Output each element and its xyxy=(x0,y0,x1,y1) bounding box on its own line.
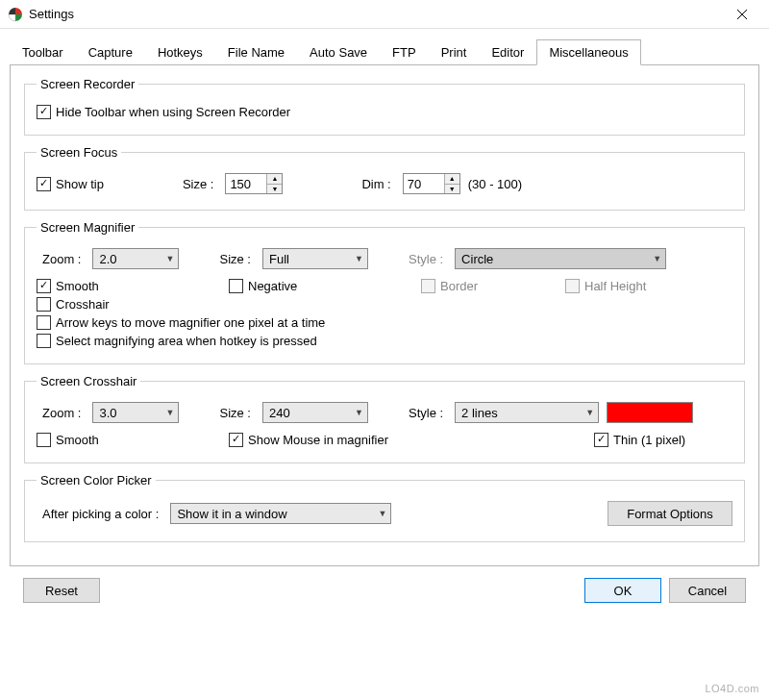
checkbox-label: Crosshair xyxy=(56,297,110,312)
label-focus-dim: Dim : xyxy=(361,177,390,191)
checkbox-label: Half Height xyxy=(584,279,646,293)
checkbox-label: Negative xyxy=(248,279,297,293)
ok-button[interactable]: OK xyxy=(584,578,661,603)
watermark: LO4D.com xyxy=(705,683,759,694)
chevron-down-icon: ▼ xyxy=(653,254,661,263)
spinner-focus-dim[interactable]: ▲ ▼ xyxy=(403,173,460,194)
reset-button[interactable]: Reset xyxy=(23,578,100,603)
legend-screen-crosshair: Screen Crosshair xyxy=(37,374,140,388)
check-icon xyxy=(594,433,608,447)
combo-value: Show it in a window xyxy=(177,507,286,521)
legend-screen-focus: Screen Focus xyxy=(37,145,121,160)
check-icon xyxy=(37,297,51,312)
tab-capture[interactable]: Capture xyxy=(76,39,145,65)
checkbox-label: Show tip xyxy=(56,177,104,191)
combo-value: Full xyxy=(269,252,289,266)
close-icon xyxy=(737,10,747,19)
tab-print[interactable]: Print xyxy=(429,39,480,65)
check-icon xyxy=(37,105,51,119)
chevron-down-icon: ▼ xyxy=(166,254,175,263)
chevron-down-icon: ▼ xyxy=(166,408,175,417)
label-mag-zoom: Zoom : xyxy=(42,252,81,266)
combo-value: 2 lines xyxy=(461,406,498,420)
label-cross-style: Style : xyxy=(409,406,443,420)
spin-up-icon[interactable]: ▲ xyxy=(267,174,282,185)
tab-strip: Toolbar Capture Hotkeys File Name Auto S… xyxy=(10,38,759,65)
close-button[interactable] xyxy=(723,1,761,28)
group-screen-focus: Screen Focus Show tip Size : ▲ ▼ Dim : xyxy=(24,145,745,211)
check-icon xyxy=(421,279,435,293)
chevron-down-icon: ▼ xyxy=(585,408,594,417)
label-cross-zoom: Zoom : xyxy=(42,406,81,420)
group-screen-crosshair: Screen Crosshair Zoom : 3.0 ▼ Size : 240… xyxy=(24,374,745,463)
chevron-down-icon: ▼ xyxy=(378,509,386,518)
legend-screen-recorder: Screen Recorder xyxy=(37,77,138,91)
cancel-button[interactable]: Cancel xyxy=(669,578,746,603)
combo-value: 240 xyxy=(269,406,290,420)
tab-ftp[interactable]: FTP xyxy=(380,39,429,65)
tab-hotkeys[interactable]: Hotkeys xyxy=(145,39,215,65)
label-focus-size: Size : xyxy=(183,177,214,191)
checkbox-mag-arrow-keys[interactable]: Arrow keys to move magnifier one pixel a… xyxy=(37,315,325,330)
combo-cross-size[interactable]: 240 ▼ xyxy=(262,402,368,423)
check-icon xyxy=(229,433,243,447)
checkbox-mag-smooth[interactable]: Smooth xyxy=(37,279,229,293)
label-cross-size: Size : xyxy=(219,406,251,420)
spinner-focus-size[interactable]: ▲ ▼ xyxy=(225,173,283,194)
combo-value: 2.0 xyxy=(99,252,116,266)
tab-file-name[interactable]: File Name xyxy=(215,39,297,65)
checkbox-cross-show-mouse[interactable]: Show Mouse in magnifier xyxy=(229,433,594,447)
legend-screen-color-picker: Screen Color Picker xyxy=(37,473,156,488)
checkbox-mag-negative[interactable]: Negative xyxy=(229,279,421,293)
spin-down-icon[interactable]: ▼ xyxy=(267,185,282,194)
checkbox-label: Show Mouse in magnifier xyxy=(248,433,388,447)
chevron-down-icon: ▼ xyxy=(355,254,363,263)
combo-cross-style[interactable]: 2 lines ▼ xyxy=(455,402,599,423)
checkbox-label: Thin (1 pixel) xyxy=(613,433,685,447)
checkbox-label: Smooth xyxy=(56,433,99,447)
group-screen-recorder: Screen Recorder Hide Toolbar when using … xyxy=(24,77,745,136)
check-icon xyxy=(37,334,51,348)
checkbox-cross-smooth[interactable]: Smooth xyxy=(37,433,229,447)
tab-auto-save[interactable]: Auto Save xyxy=(297,39,380,65)
tab-toolbar[interactable]: Toolbar xyxy=(10,39,76,65)
format-options-button[interactable]: Format Options xyxy=(608,501,732,526)
tab-body: Screen Recorder Hide Toolbar when using … xyxy=(10,65,759,566)
combo-cross-zoom[interactable]: 3.0 ▼ xyxy=(92,402,179,423)
checkbox-label: Smooth xyxy=(56,279,99,293)
checkbox-cross-thin[interactable]: Thin (1 pixel) xyxy=(594,433,685,447)
checkbox-hide-toolbar[interactable]: Hide Toolbar when using Screen Recorder xyxy=(37,105,290,119)
titlebar: Settings xyxy=(0,0,769,29)
legend-screen-magnifier: Screen Magnifier xyxy=(37,220,138,235)
check-icon xyxy=(565,279,580,293)
input-focus-dim[interactable] xyxy=(404,174,444,193)
combo-mag-size[interactable]: Full ▼ xyxy=(262,248,368,269)
combo-mag-zoom[interactable]: 2.0 ▼ xyxy=(92,248,179,269)
spin-down-icon[interactable]: ▼ xyxy=(445,185,459,194)
combo-value: 3.0 xyxy=(99,406,116,420)
check-icon xyxy=(37,433,51,447)
tab-editor[interactable]: Editor xyxy=(479,39,536,65)
spin-up-icon[interactable]: ▲ xyxy=(445,174,459,185)
checkbox-mag-select-area[interactable]: Select magnifying area when hotkey is pr… xyxy=(37,334,317,348)
button-bar: Reset OK Cancel xyxy=(10,566,759,614)
checkbox-show-tip[interactable]: Show tip xyxy=(37,177,104,191)
group-screen-color-picker: Screen Color Picker After picking a colo… xyxy=(24,473,745,542)
checkbox-label: Arrow keys to move magnifier one pixel a… xyxy=(56,315,325,330)
checkbox-mag-border: Border xyxy=(421,279,565,293)
combo-mag-style: Circle ▼ xyxy=(455,248,666,269)
check-icon xyxy=(37,279,51,293)
color-swatch[interactable] xyxy=(607,402,693,423)
label-mag-size: Size : xyxy=(219,252,251,266)
check-icon xyxy=(37,177,51,191)
checkbox-mag-crosshair[interactable]: Crosshair xyxy=(37,297,110,312)
input-focus-size[interactable] xyxy=(226,174,266,193)
tab-miscellaneous[interactable]: Miscellaneous xyxy=(536,39,640,65)
combo-value: Circle xyxy=(461,252,493,266)
check-icon xyxy=(37,315,51,330)
checkbox-label: Select magnifying area when hotkey is pr… xyxy=(56,334,317,348)
checkbox-label: Border xyxy=(440,279,478,293)
window-title: Settings xyxy=(29,7,723,21)
app-icon xyxy=(8,7,23,22)
combo-after-picking[interactable]: Show it in a window ▼ xyxy=(170,503,391,524)
